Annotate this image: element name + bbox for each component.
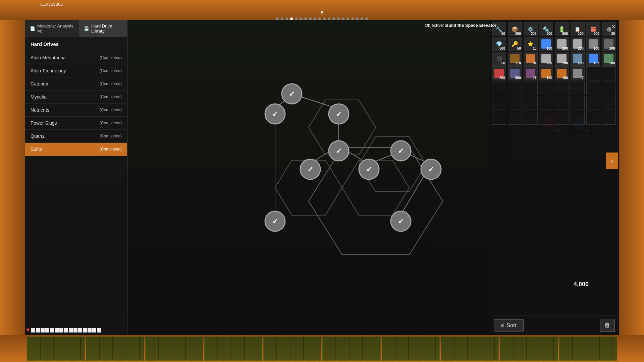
floor-cell — [500, 337, 558, 361]
inv-slot[interactable]: 200 — [571, 37, 585, 51]
inv-slot-empty[interactable] — [571, 111, 585, 125]
inv-slot[interactable]: 200 — [539, 52, 553, 66]
inv-slot[interactable]: 118 — [508, 52, 522, 66]
category-item-caterium[interactable]: Caterium (Completed) — [25, 77, 127, 90]
category-status: (Completed) — [100, 68, 122, 73]
health-segment — [88, 328, 92, 333]
progress-dot — [285, 17, 288, 20]
inv-slot-empty[interactable] — [508, 96, 522, 110]
progress-dot — [323, 17, 326, 20]
inv-slot-empty[interactable] — [602, 66, 616, 80]
inv-slot-empty[interactable] — [571, 81, 585, 95]
progress-dot — [304, 17, 307, 20]
inv-slot[interactable]: 100 — [539, 66, 553, 80]
e-marker: E — [320, 10, 323, 15]
inv-slot[interactable]: ⭐10 — [524, 37, 538, 51]
inv-slot[interactable]: 🔋500 — [555, 22, 569, 36]
inv-slot-empty[interactable] — [524, 111, 538, 125]
inv-slot[interactable]: 🔩200 — [539, 22, 553, 36]
inv-slot-empty[interactable] — [555, 81, 569, 95]
inv-slot-empty[interactable] — [586, 81, 600, 95]
inv-slot[interactable]: 500 — [508, 66, 522, 80]
inv-slot-empty[interactable] — [602, 111, 616, 125]
category-name: Alien Megafauna — [31, 55, 66, 60]
inv-slot[interactable]: 🔑50 — [508, 37, 522, 51]
inv-slot-empty[interactable] — [524, 81, 538, 95]
floor-cell — [322, 337, 380, 361]
inv-slot-empty[interactable] — [586, 96, 600, 110]
inv-slot[interactable]: 🧱200 — [586, 22, 600, 36]
category-item-alien-megafauna[interactable]: Alien Megafauna (Completed) — [25, 51, 127, 64]
inv-slot[interactable]: 200 — [555, 52, 569, 66]
inv-slot-empty[interactable] — [555, 96, 569, 110]
inv-slot[interactable]: 167 — [586, 52, 600, 66]
inv-slot[interactable]: 100 — [586, 37, 600, 51]
category-item-mycelia[interactable]: Mycelia (Completed) — [25, 90, 127, 104]
inv-slot[interactable]: 100 — [555, 66, 569, 80]
inv-slot-empty[interactable] — [492, 111, 506, 125]
inv-slot[interactable]: 500 — [492, 66, 506, 80]
health-segment — [55, 328, 59, 333]
floor-cell — [145, 337, 203, 361]
health-segment — [50, 328, 54, 333]
health-segment — [41, 328, 45, 333]
inv-slot[interactable]: ⚫60 — [492, 52, 506, 66]
inv-slot-empty[interactable] — [508, 111, 522, 125]
progress-dot-active — [290, 17, 293, 20]
center-panel: ✓ ✓ ✓ ✓ ✓ ✓ ✓ ✓ ✓ — [127, 20, 512, 335]
inv-slot-empty[interactable] — [571, 96, 585, 110]
inv-slot[interactable]: 81 — [524, 52, 538, 66]
health-segment — [45, 328, 49, 333]
category-item-power-slugs[interactable]: Power Slugs (Completed) — [25, 117, 127, 130]
inv-slot[interactable]: 108 — [602, 37, 616, 51]
inv-slot[interactable]: 200 — [555, 37, 569, 51]
inv-slot[interactable]: 💎500 — [492, 37, 506, 51]
floor-cell — [441, 337, 499, 361]
inv-slot-empty[interactable] — [539, 111, 553, 125]
inv-slot-empty[interactable] — [602, 96, 616, 110]
inv-slot[interactable]: 500 — [602, 52, 616, 66]
tab-molecular[interactable]: 📄 Molecular Analysis M: — [25, 20, 79, 37]
sort-label: Sort — [506, 322, 516, 328]
floor-cell — [27, 337, 85, 361]
inv-slot[interactable]: 📋100 — [571, 22, 585, 36]
progress-dot — [309, 17, 312, 20]
progress-area: E — [276, 0, 368, 20]
inv-slot[interactable]: ⚙️306 — [524, 22, 538, 36]
category-list: Alien Megafauna (Completed) Alien Techno… — [25, 51, 127, 335]
frame-left — [0, 20, 25, 335]
inv-slot-empty[interactable] — [492, 96, 506, 110]
floor-cell — [86, 337, 144, 361]
inv-slot-empty[interactable] — [586, 111, 600, 125]
inv-slot-empty[interactable] — [586, 66, 600, 80]
frame-top: CL#365306 E — [0, 0, 644, 20]
sidebar-header: Hard Drives — [25, 37, 127, 51]
category-item-nutrients[interactable]: Nutrients (Completed) — [25, 104, 127, 117]
inv-slot-empty[interactable] — [508, 81, 522, 95]
category-status: (Completed) — [100, 95, 122, 99]
category-item-quartz[interactable]: Quartz (Completed) — [25, 130, 127, 143]
inv-slot-empty[interactable] — [539, 96, 553, 110]
inv-slot[interactable]: 100 — [539, 37, 553, 51]
objective-display: Objective: Build the Space Elevator — [425, 23, 496, 28]
inv-slot[interactable]: 200 — [571, 52, 585, 66]
inv-slot[interactable]: 7 — [571, 66, 585, 80]
floor-cell — [263, 337, 321, 361]
inv-slot[interactable]: 11 — [524, 66, 538, 80]
category-name: Mycelia — [31, 94, 46, 100]
inv-slot-empty[interactable] — [539, 81, 553, 95]
inv-slot[interactable]: 📦200 — [508, 22, 522, 36]
category-item-alien-technology[interactable]: Alien Technology (Completed) — [25, 64, 127, 77]
inventory-close-button[interactable]: × — [611, 23, 615, 31]
inv-slot-empty[interactable] — [602, 81, 616, 95]
trash-button[interactable]: 🗑 — [600, 319, 615, 332]
inv-slot-empty[interactable] — [492, 81, 506, 95]
floor-cell — [204, 337, 262, 361]
objective-label: Objective: — [425, 23, 444, 28]
sort-button[interactable]: ≡ Sort — [494, 319, 524, 331]
tab-harddrive[interactable]: 💾 Hard Drive Library — [79, 20, 127, 37]
inv-slot-empty[interactable] — [555, 111, 569, 125]
expand-arrow-button[interactable]: › — [606, 153, 618, 169]
inv-slot-empty[interactable] — [524, 96, 538, 110]
category-item-sulfur[interactable]: Sulfur (Completed) — [25, 143, 127, 156]
